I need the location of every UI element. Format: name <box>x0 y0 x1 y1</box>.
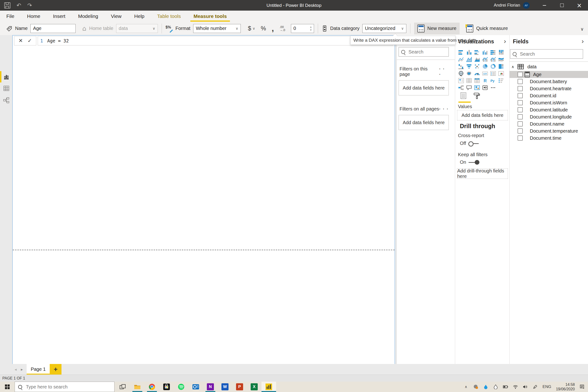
kpi-icon[interactable] <box>497 70 505 77</box>
field-row-document-heartrate[interactable]: Document.heartrate <box>510 85 588 92</box>
clustered-bar-chart-icon[interactable] <box>473 49 481 56</box>
measure-name-input[interactable] <box>30 24 76 33</box>
format-tab[interactable] <box>473 92 480 100</box>
language-indicator[interactable]: ENG <box>542 384 551 389</box>
table-row-data[interactable]: ∧ data <box>510 63 588 70</box>
report-view-button[interactable] <box>3 74 10 80</box>
dax-editor[interactable]: 1 Age = 32 <box>38 36 393 46</box>
matrix-icon[interactable] <box>473 77 481 84</box>
drill-through-dropzone[interactable]: Add drill-through fields here <box>457 168 508 179</box>
save-icon[interactable] <box>4 2 10 8</box>
line-and-stacked-column-chart-icon[interactable] <box>481 56 489 63</box>
start-button[interactable] <box>0 382 14 392</box>
key-influencers-icon[interactable] <box>497 77 505 84</box>
field-checkbox[interactable] <box>518 79 523 84</box>
r-script-visual-icon[interactable]: R <box>481 77 489 84</box>
minimize-button[interactable] <box>536 0 553 10</box>
account-name[interactable]: Andrei Florian <box>494 3 520 8</box>
card-icon[interactable]: 123 <box>481 70 489 77</box>
taskbar-search[interactable] <box>14 382 114 392</box>
taskbar-app-word[interactable]: W <box>218 382 232 392</box>
app-drop-gray-icon[interactable] <box>493 384 498 389</box>
new-page-button[interactable]: + <box>50 364 62 374</box>
area-chart-icon[interactable] <box>465 56 473 63</box>
avatar[interactable]: AF <box>523 2 530 9</box>
field-checkbox[interactable] <box>518 100 523 105</box>
undo-icon[interactable]: ↶ <box>16 2 21 9</box>
filter-dropzone[interactable]: Add data fields here <box>398 115 449 130</box>
line-chart-icon[interactable] <box>457 56 465 63</box>
action-center-icon[interactable] <box>580 384 585 389</box>
treemap-icon[interactable] <box>497 63 505 70</box>
field-checkbox[interactable] <box>518 121 523 126</box>
taskbar-app-outlook[interactable] <box>188 382 203 392</box>
model-view-button[interactable] <box>3 97 10 104</box>
menu-item-help[interactable]: Help <box>128 10 151 22</box>
filter-section-menu-icon[interactable]: · · · <box>439 66 449 77</box>
stacked-column-chart-icon[interactable] <box>465 49 473 56</box>
field-checkbox[interactable] <box>518 72 523 77</box>
menu-item-insert[interactable]: Insert <box>47 10 72 22</box>
field-checkbox[interactable] <box>518 136 523 141</box>
quick-measure-button[interactable]: Quick measure <box>463 22 511 34</box>
pie-chart-icon[interactable] <box>481 63 489 70</box>
page-tab[interactable]: Page 1 <box>26 364 50 374</box>
waterfall-chart-icon[interactable] <box>457 63 465 70</box>
menu-item-file[interactable]: File <box>0 10 21 22</box>
close-button[interactable]: × <box>570 0 588 10</box>
more-visuals-icon[interactable] <box>489 84 497 91</box>
collapse-ribbon-icon[interactable]: ∨ <box>580 26 584 32</box>
thousands-separator-button[interactable]: , <box>272 26 274 30</box>
app-drop-blue-icon[interactable] <box>483 384 488 389</box>
field-row-document-name[interactable]: Document.name <box>510 120 588 128</box>
taskbar-app-chrome[interactable] <box>145 382 159 392</box>
taskbar-app-onenote[interactable]: N <box>203 382 218 392</box>
filled-map-icon[interactable] <box>465 70 473 77</box>
filter-section-menu-icon[interactable]: · · · <box>439 106 449 112</box>
field-row-document-longitude[interactable]: Document.longitude <box>510 113 588 120</box>
power-apps-visual-icon[interactable] <box>481 84 489 91</box>
onedrive-icon[interactable] <box>473 384 478 389</box>
menu-item-table-tools[interactable]: Table tools <box>151 10 187 22</box>
taskbar-app-power-bi[interactable] <box>262 382 276 392</box>
hidden-icons-chevron-icon[interactable]: ∧ <box>464 385 468 389</box>
multi-row-card-icon[interactable] <box>489 70 497 77</box>
table-icon[interactable] <box>465 77 473 84</box>
clustered-column-chart-icon[interactable] <box>481 49 489 56</box>
field-checkbox[interactable] <box>518 93 523 98</box>
field-row-document-id[interactable]: Document.id <box>510 92 588 99</box>
fields-search-input[interactable] <box>520 51 580 57</box>
field-checkbox[interactable] <box>518 128 523 134</box>
fields-tab[interactable] <box>460 92 467 100</box>
field-row-age[interactable]: Age <box>510 71 588 78</box>
collapse-fields-icon[interactable]: › <box>582 38 584 44</box>
collapse-table-icon[interactable]: ∧ <box>512 64 514 69</box>
spin-down-icon[interactable]: ∨ <box>310 28 312 31</box>
restore-button[interactable] <box>553 0 570 10</box>
spin-up-icon[interactable]: ∧ <box>310 26 312 28</box>
menu-item-home[interactable]: Home <box>21 10 47 22</box>
gauge-icon[interactable] <box>473 70 481 77</box>
clock[interactable]: 14:5819/06/2020 <box>556 382 575 391</box>
decimal-places-stepper[interactable]: 0 ∧∨ <box>291 24 314 33</box>
taskbar-app-task-view[interactable] <box>116 382 130 392</box>
data-category-select[interactable]: Uncategorized ∨ <box>362 24 406 33</box>
field-row-document-temperature[interactable]: Document.temperature <box>510 128 588 134</box>
taskbar-app-excel[interactable]: X <box>247 382 262 392</box>
menu-item-view[interactable]: View <box>104 10 128 22</box>
line-and-clustered-column-chart-icon[interactable] <box>489 56 497 63</box>
prev-page-icon[interactable]: ◂ <box>14 367 17 372</box>
menu-item-measure-tools[interactable]: Measure tools <box>187 10 233 22</box>
field-checkbox[interactable] <box>518 114 523 120</box>
pen-icon[interactable] <box>533 385 538 389</box>
volume-icon[interactable] <box>523 385 528 389</box>
collapse-visualizations-icon[interactable]: › <box>504 38 506 44</box>
redo-icon[interactable]: ↷ <box>27 2 32 9</box>
values-dropzone[interactable]: Add data fields here <box>457 110 508 120</box>
donut-chart-icon[interactable] <box>489 63 497 70</box>
field-checkbox[interactable] <box>518 107 523 112</box>
100-stacked-column-chart-icon[interactable] <box>497 49 505 56</box>
python-visual-icon[interactable]: Py <box>489 77 497 84</box>
scatter-chart-icon[interactable] <box>473 63 481 70</box>
funnel-chart-icon[interactable] <box>465 63 473 70</box>
